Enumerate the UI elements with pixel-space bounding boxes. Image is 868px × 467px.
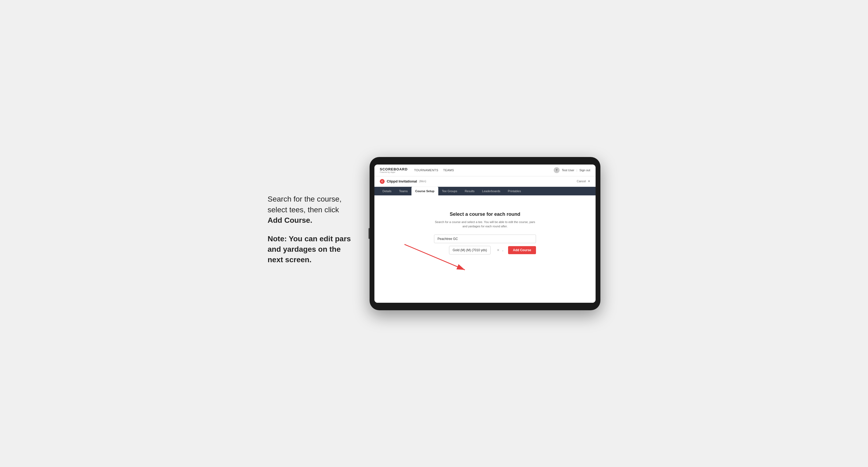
separator: | — [577, 168, 577, 172]
tournament-name: Clippd Invitational — [387, 179, 417, 183]
annotation-note: Note: You can edit pars and yardages on … — [268, 234, 353, 265]
user-avatar: T — [554, 167, 560, 173]
tab-results[interactable]: Results — [461, 187, 478, 195]
navbar-links: TOURNAMENTS TEAMS — [414, 168, 554, 172]
logo-title: SCOREBOARD — [380, 167, 408, 171]
course-search-wrapper — [434, 235, 536, 243]
cancel-label: Cancel — [577, 180, 586, 183]
tablet-side-button — [369, 228, 370, 239]
clear-tee-icon[interactable]: ✕ — [497, 248, 499, 252]
tablet-screen: SCOREBOARD Powered by clippd TOURNAMENTS… — [374, 164, 596, 303]
nav-tournaments[interactable]: TOURNAMENTS — [414, 168, 438, 172]
user-label: Test User — [562, 168, 574, 172]
course-setup-description: Search for a course and select a tee. Yo… — [434, 220, 536, 229]
chevron-down-icon: ⌄ — [502, 249, 504, 251]
tab-printables[interactable]: Printables — [504, 187, 525, 195]
navbar-user: T Test User | Sign out — [554, 167, 590, 173]
course-setup-box: Select a course for each round Search fo… — [434, 212, 536, 254]
cancel-x-icon: ✕ — [588, 180, 590, 183]
sign-out-link[interactable]: Sign out — [580, 168, 590, 172]
main-content: Select a course for each round Search fo… — [374, 195, 596, 303]
tournament-badge: (Men) — [419, 180, 426, 183]
tee-select[interactable]: Gold (M) (M) (7010 yds) — [449, 246, 491, 254]
tab-tee-groups[interactable]: Tee Groups — [438, 187, 461, 195]
annotation-line1: Search for the course, select tees, then… — [268, 194, 353, 225]
tournament-title: C Clippd Invitational (Men) — [380, 179, 426, 184]
tab-details[interactable]: Details — [379, 187, 395, 195]
tournament-header: C Clippd Invitational (Men) Cancel ✕ — [374, 176, 596, 187]
navbar: SCOREBOARD Powered by clippd TOURNAMENTS… — [374, 164, 596, 176]
tab-course-setup[interactable]: Course Setup — [411, 187, 438, 195]
tab-leaderboards[interactable]: Leaderboards — [478, 187, 504, 195]
annotation-panel: Search for the course, select tees, then… — [268, 194, 353, 273]
tablet-frame: SCOREBOARD Powered by clippd TOURNAMENTS… — [370, 157, 600, 310]
nav-teams[interactable]: TEAMS — [443, 168, 454, 172]
course-setup-heading: Select a course for each round — [434, 212, 536, 217]
logo-subtitle: Powered by clippd — [380, 171, 408, 173]
tee-select-container: Gold (M) (M) (7010 yds) ✕ ⌄ — [434, 246, 506, 254]
annotation-bold: Add Course. — [268, 216, 312, 224]
cancel-button[interactable]: Cancel ✕ — [576, 180, 590, 183]
tab-bar: Details Teams Course Setup Tee Groups Re… — [374, 187, 596, 195]
add-course-button[interactable]: Add Course — [508, 246, 536, 254]
tournament-icon: C — [380, 179, 384, 184]
tee-select-row: Gold (M) (M) (7010 yds) ✕ ⌄ Add Course — [434, 246, 536, 254]
navbar-logo: SCOREBOARD Powered by clippd — [380, 167, 408, 173]
course-search-input[interactable] — [434, 235, 536, 243]
tab-teams[interactable]: Teams — [395, 187, 411, 195]
